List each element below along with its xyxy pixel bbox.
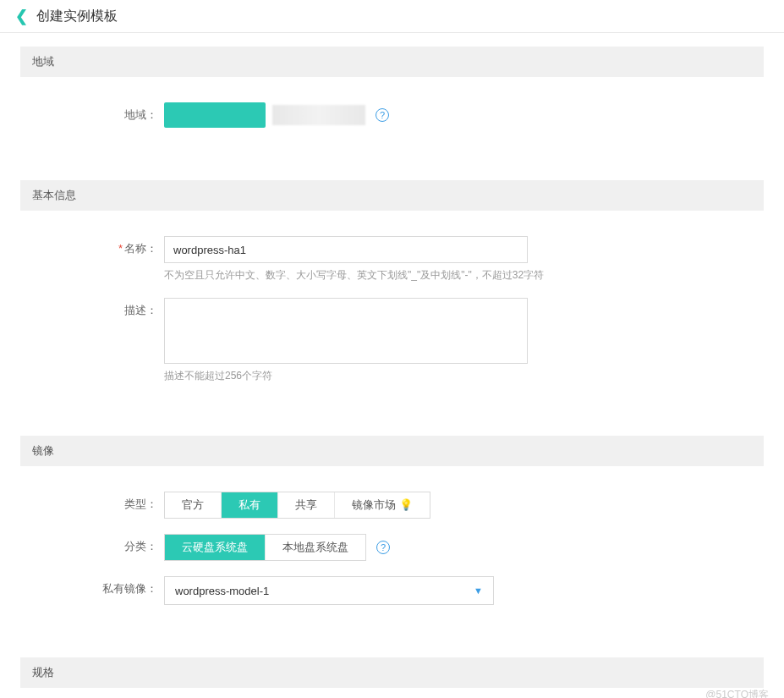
back-chevron-icon[interactable]: ❮ — [15, 7, 28, 25]
section-region: 地域 地域： ? — [20, 47, 764, 151]
image-category-tabs: 云硬盘系统盘 本地盘系统盘 — [164, 534, 366, 561]
desc-hint: 描述不能超过256个字符 — [164, 369, 764, 383]
section-header-region: 地域 — [20, 47, 764, 77]
help-icon[interactable]: ? — [376, 541, 390, 554]
section-header-spec: 规格 — [20, 657, 764, 688]
section-header-image: 镜像 — [20, 436, 764, 466]
tab-shared[interactable]: 共享 — [278, 492, 335, 518]
private-image-select[interactable]: wordpress-model-1 ▼ — [164, 576, 494, 605]
name-label: *名称： — [20, 236, 164, 261]
bulb-icon: 💡 — [399, 492, 413, 518]
image-type-label: 类型： — [20, 492, 164, 517]
region-redacted — [272, 105, 365, 125]
content-area: 地域 地域： ? 基本信息 *名称： 不为空且只允许中文、数字、大小写字母、英文… — [0, 33, 784, 688]
image-type-tabs: 官方 私有 共享 镜像市场💡 — [164, 492, 430, 519]
select-value: wordpress-model-1 — [175, 585, 269, 597]
private-image-label: 私有镜像： — [20, 576, 164, 602]
name-hint: 不为空且只允许中文、数字、大小写字母、英文下划线"_"及中划线"-"，不超过32… — [164, 268, 764, 283]
tab-marketplace[interactable]: 镜像市场💡 — [335, 492, 430, 518]
tab-local-disk[interactable]: 本地盘系统盘 — [266, 535, 365, 560]
page-header: ❮ 创建实例模板 — [0, 0, 784, 33]
page-title: 创建实例模板 — [36, 8, 118, 25]
tab-cloud-disk[interactable]: 云硬盘系统盘 — [165, 535, 266, 560]
section-header-basic: 基本信息 — [20, 180, 764, 211]
desc-textarea[interactable] — [164, 298, 528, 364]
region-label: 地域： — [20, 102, 164, 128]
tab-private[interactable]: 私有 — [222, 492, 278, 518]
section-spec: 规格 — [20, 657, 764, 688]
name-input[interactable] — [164, 236, 528, 263]
tab-official[interactable]: 官方 — [165, 492, 222, 518]
desc-label: 描述： — [20, 298, 164, 323]
section-image: 镜像 类型： 官方 私有 共享 镜像市场💡 分类： 云硬盘系统盘 — [20, 436, 764, 629]
section-basic: 基本信息 *名称： 不为空且只允许中文、数字、大小写字母、英文下划线"_"及中划… — [20, 180, 764, 407]
help-icon[interactable]: ? — [376, 108, 389, 122]
chevron-down-icon: ▼ — [474, 585, 483, 596]
region-selected-chip[interactable] — [164, 102, 266, 128]
image-category-label: 分类： — [20, 534, 164, 559]
